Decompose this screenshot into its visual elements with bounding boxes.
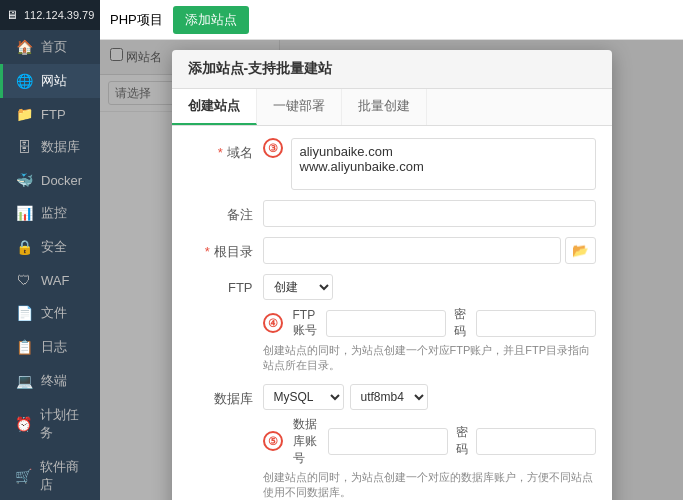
ftp-hint: 创建站点的同时，为站点创建一个对应FTP账户，并且FTP目录指向站点所在目录。 (263, 343, 596, 374)
step3-circle: ③ (263, 138, 283, 158)
sidebar-label-waf: WAF (41, 273, 69, 288)
cron-icon: ⏰ (15, 416, 32, 432)
top-nav: PHP项目 添加站点 (100, 0, 683, 40)
add-site-button[interactable]: 添加站点 (173, 6, 249, 34)
rootdir-input[interactable]: /www/wwwroot/aliyunbaike.com (263, 237, 561, 264)
ftp-icon: 📁 (15, 106, 33, 122)
sidebar-label-docker: Docker (41, 173, 82, 188)
sidebar-item-security[interactable]: 🔒 安全 (0, 230, 100, 264)
sidebar-item-cron[interactable]: ⏰ 计划任务 (0, 398, 100, 450)
remark-input[interactable]: aliyunbaike.com (263, 200, 596, 227)
rootdir-label: 根目录 (188, 237, 253, 261)
sidebar-label-database: 数据库 (41, 138, 80, 156)
sidebar-label-monitor: 监控 (41, 204, 67, 222)
logs-icon: 📋 (15, 339, 33, 355)
sidebar-label-cron: 计划任务 (40, 406, 88, 442)
sidebar-item-ftp[interactable]: 📁 FTP (0, 98, 100, 130)
server-ip: 112.124.39.79 (24, 9, 94, 21)
db-account-label: 数据库账号 (293, 416, 320, 467)
appstore-icon: 🛒 (15, 468, 32, 484)
sidebar-item-website[interactable]: 🌐 网站 (0, 64, 100, 98)
sidebar-item-home[interactable]: 🏠 首页 (0, 30, 100, 64)
ftp-row: FTP 创建 不创建 ④ FTP账号 aliyu (188, 274, 596, 374)
remark-row: 备注 aliyunbaike.com (188, 200, 596, 227)
db-pwd-input[interactable]: 2BXFLb4isRYrwzsn (476, 428, 596, 455)
content-area: 网站名 添加站点-支持批量建站 创建站点 一键部署 批量创建 (100, 40, 683, 500)
sidebar-label-security: 安全 (41, 238, 67, 256)
rootdir-row: 根目录 /www/wwwroot/aliyunbaike.com 📂 (188, 237, 596, 264)
modal-tabs: 创建站点 一键部署 批量创建 (172, 89, 612, 126)
add-site-modal: 添加站点-支持批量建站 创建站点 一键部署 批量创建 域名 ③ aliyun (172, 50, 612, 500)
server-icon: 🖥 (6, 8, 18, 22)
step5-circle: ⑤ (263, 431, 283, 451)
remark-label: 备注 (188, 200, 253, 224)
sidebar-label-home: 首页 (41, 38, 67, 56)
website-icon: 🌐 (15, 73, 33, 89)
sidebar: 🖥 112.124.39.79 0 🏠 首页 🌐 网站 📁 FTP 🗄 数据库 … (0, 0, 100, 500)
sidebar-item-logs[interactable]: 📋 日志 (0, 330, 100, 364)
domain-label: 域名 (188, 138, 253, 162)
security-icon: 🔒 (15, 239, 33, 255)
modal-overlay: 添加站点-支持批量建站 创建站点 一键部署 批量创建 域名 ③ aliyun (100, 40, 683, 500)
sidebar-item-waf[interactable]: 🛡 WAF (0, 264, 100, 296)
db-pwd-label: 密码 (456, 424, 468, 458)
terminal-icon: 💻 (15, 373, 33, 389)
db-hint: 创建站点的同时，为站点创建一个对应的数据库账户，方便不同站点使用不同数据库。 (263, 470, 596, 500)
sidebar-label-terminal: 终端 (41, 372, 67, 390)
sidebar-label-files: 文件 (41, 304, 67, 322)
sidebar-item-files[interactable]: 📄 文件 (0, 296, 100, 330)
ftp-pwd-label: 密码 (454, 306, 467, 340)
waf-icon: 🛡 (15, 272, 33, 288)
files-icon: 📄 (15, 305, 33, 321)
sidebar-item-appstore[interactable]: 🛒 软件商店 (0, 450, 100, 500)
browse-folder-button[interactable]: 📂 (565, 237, 596, 264)
ftp-option-select[interactable]: 创建 不创建 (263, 274, 333, 300)
page-title: PHP项目 (110, 11, 163, 29)
modal-header: 添加站点-支持批量建站 (172, 50, 612, 89)
home-icon: 🏠 (15, 39, 33, 55)
ftp-account-input[interactable]: aliyunbaike_com (326, 310, 446, 337)
tab-one-click-deploy[interactable]: 一键部署 (257, 89, 342, 125)
step4-circle: ④ (263, 313, 283, 333)
db-type-row: 数据库 MySQL MariaDB utf8mb4 utf8 (188, 384, 596, 500)
sidebar-header: 🖥 112.124.39.79 0 (0, 0, 100, 30)
main-area: PHP项目 添加站点 网站名 添加站点-支持批量建站 (100, 0, 683, 500)
tab-batch-create[interactable]: 批量创建 (342, 89, 427, 125)
domain-input[interactable]: aliyunbaike.com www.aliyunbaike.com (291, 138, 596, 190)
sidebar-label-appstore: 软件商店 (40, 458, 88, 494)
modal-title: 添加站点-支持批量建站 (188, 60, 333, 76)
sidebar-label-ftp: FTP (41, 107, 66, 122)
db-charset-select[interactable]: utf8mb4 utf8 (350, 384, 428, 410)
docker-icon: 🐳 (15, 172, 33, 188)
monitor-icon: 📊 (15, 205, 33, 221)
sidebar-label-website: 网站 (41, 72, 67, 90)
db-account-input[interactable]: aliyunbaike_com (328, 428, 448, 455)
db-type-select[interactable]: MySQL MariaDB (263, 384, 344, 410)
form-body: 域名 ③ aliyunbaike.com www.aliyunbaike.com… (172, 126, 612, 500)
database-icon: 🗄 (15, 139, 33, 155)
sidebar-item-terminal[interactable]: 💻 终端 (0, 364, 100, 398)
sidebar-label-logs: 日志 (41, 338, 67, 356)
sidebar-item-database[interactable]: 🗄 数据库 (0, 130, 100, 164)
db-label: 数据库 (188, 384, 253, 408)
sidebar-item-docker[interactable]: 🐳 Docker (0, 164, 100, 196)
ftp-account-label: FTP账号 (293, 308, 319, 339)
ftp-label: FTP (188, 274, 253, 295)
sidebar-item-monitor[interactable]: 📊 监控 (0, 196, 100, 230)
tab-create-site[interactable]: 创建站点 (172, 89, 257, 125)
ftp-pwd-input[interactable]: zc5mCTy4Tb3RYrMj (476, 310, 596, 337)
domain-row: 域名 ③ aliyunbaike.com www.aliyunbaike.com (188, 138, 596, 190)
